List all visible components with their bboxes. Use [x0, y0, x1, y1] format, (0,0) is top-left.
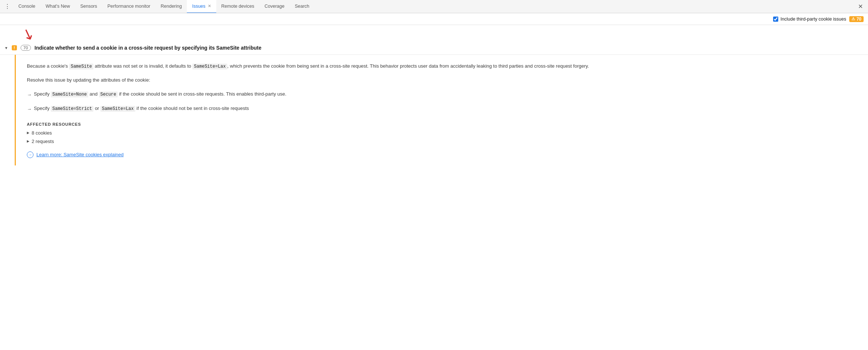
issue-description-2: Resolve this issue by updating the attri… — [27, 76, 857, 84]
triangle-icon-requests: ▶ — [27, 139, 29, 143]
issue-count-circle: 70 — [21, 45, 31, 51]
code-samesite-lax: SameSite=Lax — [192, 64, 227, 69]
annotation-arrow-container: ↙ — [22, 26, 35, 41]
circle-arrow-icon: → — [27, 151, 33, 158]
third-party-cookie-label[interactable]: Include third-party cookie issues — [773, 17, 846, 22]
triangle-icon-cookies: ▶ — [27, 131, 29, 135]
issue-description-1: Because a cookie's SameSite attribute wa… — [27, 62, 857, 70]
toolbar: Include third-party cookie issues ⚠ 70 — [0, 13, 868, 25]
bullet-2-text: Specify SameSite=Strict or SameSite=Lax … — [34, 104, 249, 113]
arrow-symbol-1: → — [27, 91, 32, 99]
bullet-2: → Specify SameSite=Strict or SameSite=La… — [27, 104, 857, 113]
issue-header[interactable]: ▼ ! 70 Indicate whether to send a cookie… — [0, 41, 868, 55]
tab-performance-monitor[interactable]: Performance monitor — [102, 0, 156, 13]
issue-count-badge: ⚠ 70 — [849, 16, 864, 22]
code-secure: Secure — [99, 92, 118, 97]
bullet-1-text: Specify SameSite=None and Secure if the … — [34, 90, 287, 98]
tab-search[interactable]: Search — [289, 0, 314, 13]
resource-cookies[interactable]: ▶ 8 cookies — [27, 130, 857, 136]
chevron-down-icon[interactable]: ▼ — [4, 46, 8, 50]
resource-cookies-label: 8 cookies — [32, 130, 52, 136]
tab-console[interactable]: Console — [13, 0, 40, 13]
affected-resources: AFFECTED RESOURCES ▶ 8 cookies ▶ 2 reque… — [27, 122, 857, 144]
tab-issues-close[interactable]: ✕ — [208, 4, 211, 8]
issue-body: Because a cookie's SameSite attribute wa… — [15, 55, 868, 165]
devtools-close-button[interactable]: ✕ — [854, 3, 867, 10]
tab-issues[interactable]: Issues ✕ — [187, 0, 216, 13]
third-party-cookie-checkbox[interactable] — [773, 17, 778, 22]
bullet-1: → Specify SameSite=None and Secure if th… — [27, 90, 857, 99]
issue-warn-badge: ! — [12, 45, 17, 50]
tab-remote-devices[interactable]: Remote devices — [216, 0, 260, 13]
main-content: ↙ ▼ ! 70 Indicate whether to send a cook… — [0, 25, 868, 350]
red-arrow-annotation: ↙ — [20, 25, 37, 43]
learn-more-section: → Learn more: SameSite cookies explained — [27, 151, 857, 158]
tab-coverage[interactable]: Coverage — [259, 0, 289, 13]
resource-requests-label: 2 requests — [32, 139, 54, 144]
code-samesite: SameSite — [69, 64, 93, 69]
more-tabs-button[interactable]: ⋮ — [1, 3, 13, 10]
tab-sensors[interactable]: Sensors — [75, 0, 102, 13]
arrow-symbol-2: → — [27, 105, 32, 113]
issue-title: Indicate whether to send a cookie in a c… — [35, 45, 262, 51]
resource-requests[interactable]: ▶ 2 requests — [27, 139, 857, 144]
code-samesite-strict: SameSite=Strict — [51, 106, 93, 112]
tab-bar: ⋮ Console What's New Sensors Performance… — [0, 0, 868, 13]
code-samesite-lax2: SameSite=Lax — [100, 106, 135, 112]
tab-rendering[interactable]: Rendering — [156, 0, 187, 13]
warn-icon: ⚠ — [851, 17, 855, 21]
learn-more-link[interactable]: Learn more: SameSite cookies explained — [36, 152, 124, 157]
code-samesite-none: SameSite=None — [51, 92, 88, 97]
affected-resources-heading: AFFECTED RESOURCES — [27, 122, 857, 126]
tab-whats-new[interactable]: What's New — [40, 0, 75, 13]
